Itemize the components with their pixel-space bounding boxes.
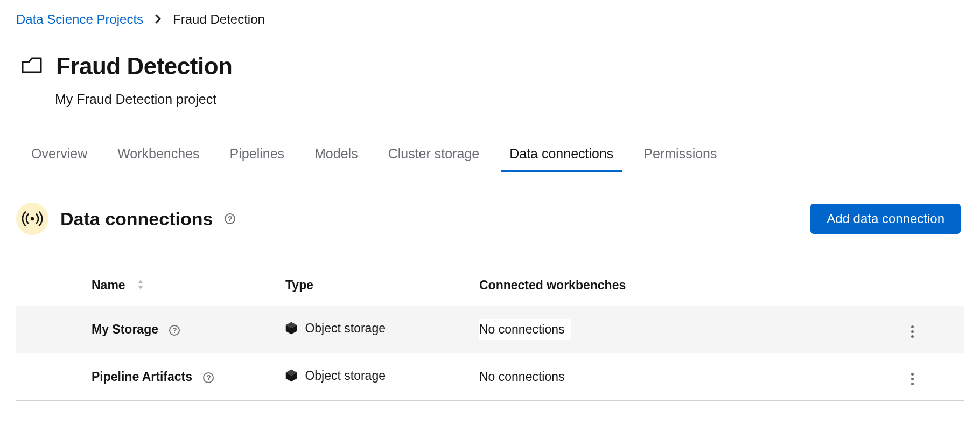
connected-workbenches: No connections: [479, 370, 565, 384]
breadcrumb: Data Science Projects Fraud Detection: [16, 10, 964, 33]
connection-name: Pipeline Artifacts: [92, 370, 192, 384]
tab-workbenches[interactable]: Workbenches: [117, 146, 199, 171]
connection-name: My Storage: [92, 322, 158, 336]
tab-models[interactable]: Models: [314, 146, 358, 171]
help-icon[interactable]: ?: [169, 325, 180, 336]
chevron-right-icon: [155, 14, 161, 25]
section-title: Data connections: [60, 209, 213, 230]
cube-icon: [285, 371, 300, 385]
tabs: Overview Workbenches Pipelines Models Cl…: [16, 146, 964, 171]
connection-icon: [16, 203, 48, 235]
breadcrumb-root-link[interactable]: Data Science Projects: [16, 13, 143, 26]
page-description: My Fraud Detection project: [16, 92, 964, 107]
section-header: Data connections ? Add data connection: [16, 203, 964, 235]
column-header-name-label: Name: [92, 278, 125, 292]
connected-workbenches: No connections: [479, 319, 571, 340]
tab-permissions[interactable]: Permissions: [643, 146, 717, 171]
help-icon[interactable]: ?: [225, 213, 235, 224]
kebab-menu-button[interactable]: [905, 369, 920, 390]
add-data-connection-button[interactable]: Add data connection: [810, 204, 961, 234]
data-connections-table: Name Type Connected workbenches My Stora…: [16, 268, 964, 401]
kebab-menu-button[interactable]: [905, 321, 920, 342]
breadcrumb-current: Fraud Detection: [173, 13, 265, 26]
help-icon[interactable]: ?: [203, 372, 214, 383]
tab-overview[interactable]: Overview: [31, 146, 87, 171]
page-title-row: Fraud Detection: [16, 53, 964, 80]
connection-type: Object storage: [305, 321, 386, 335]
table-row[interactable]: My Storage ? Object storage No connectio…: [16, 306, 964, 353]
page-title: Fraud Detection: [56, 53, 232, 80]
table-row[interactable]: Pipeline Artifacts ? Object storage No c…: [16, 353, 964, 401]
tab-cluster-storage[interactable]: Cluster storage: [388, 146, 480, 171]
svg-point-0: [31, 217, 34, 220]
tab-pipelines[interactable]: Pipelines: [230, 146, 284, 171]
column-header-type: Type: [285, 268, 479, 306]
tab-data-connections[interactable]: Data connections: [509, 146, 613, 171]
project-icon: [20, 57, 43, 76]
section-title-group: Data connections ?: [16, 203, 235, 235]
connection-type: Object storage: [305, 369, 386, 383]
column-header-connected: Connected workbenches: [479, 268, 905, 306]
cube-icon: [285, 323, 300, 337]
column-header-name[interactable]: Name: [16, 268, 285, 306]
sort-icon[interactable]: [129, 278, 145, 292]
